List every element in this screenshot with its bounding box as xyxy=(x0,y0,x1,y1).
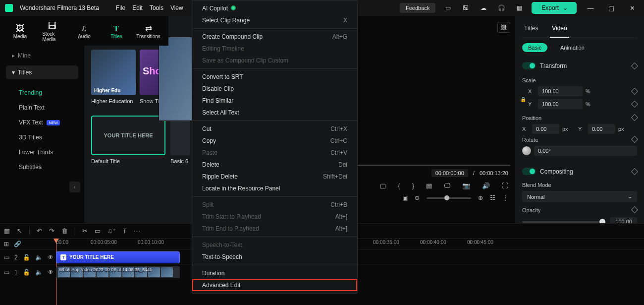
ctx-item-duration[interactable]: Duration xyxy=(192,267,357,279)
ctx-item-advanced-edit[interactable]: Advanced Edit xyxy=(192,279,357,291)
camera-icon[interactable]: 📷 xyxy=(462,182,470,189)
pos-y-input[interactable] xyxy=(588,124,615,134)
thumb-higher-education[interactable]: Higher Edu Higher Education xyxy=(91,50,136,104)
volume-icon[interactable]: 🔊 xyxy=(482,182,490,189)
lock-icon[interactable]: 🔒 xyxy=(520,97,526,102)
brace-left-icon[interactable]: { xyxy=(398,182,400,189)
more-tools-icon[interactable]: ⋯ xyxy=(134,227,140,235)
feedback-button[interactable]: Feedback xyxy=(400,3,435,13)
rotate-dial-icon[interactable] xyxy=(522,146,531,155)
transform-toggle[interactable] xyxy=(522,62,536,69)
apps-icon[interactable]: ▦ xyxy=(514,2,525,13)
sidebar-item-vfx-text[interactable]: VFX TextNEW xyxy=(14,115,78,130)
tab-titles-inspector[interactable]: Titles xyxy=(522,21,540,38)
ctx-item-cut[interactable]: CutCtrl+X xyxy=(192,123,357,135)
ctx-item-locate-in-the-resource-panel[interactable]: Locate in the Resource Panel xyxy=(192,183,357,194)
menu-view[interactable]: View xyxy=(170,4,183,11)
tab-media[interactable]: 🖼Media xyxy=(10,24,30,39)
tab-transitions[interactable]: ⇄Transitions xyxy=(139,24,159,39)
cloud-icon[interactable]: ☁ xyxy=(478,2,489,13)
menu-tools[interactable]: Tools xyxy=(150,4,163,11)
marker-icon[interactable]: ▣ xyxy=(402,194,408,201)
pill-basic[interactable]: Basic xyxy=(522,43,547,52)
sidebar-item-lower-thirds[interactable]: Lower Thirds xyxy=(14,145,78,160)
keyframe-icon[interactable] xyxy=(631,168,638,175)
mute-icon[interactable]: 🔈 xyxy=(35,269,43,276)
music-icon[interactable]: ♫⁺ xyxy=(107,227,116,235)
ctx-item-delete[interactable]: DeleteDel xyxy=(192,159,357,171)
crop-icon[interactable]: ▭ xyxy=(95,227,101,235)
ctx-item-convert-to-srt[interactable]: Convert to SRT xyxy=(192,71,357,83)
scale-y-input[interactable] xyxy=(538,99,583,109)
save-icon[interactable]: 🖫 xyxy=(460,2,471,13)
thumb-default-title[interactable]: YOUR TITLE HERE Default Title xyxy=(91,116,165,164)
window-minimize[interactable]: — xyxy=(584,4,597,12)
collapse-sidebar-button[interactable]: ‹ xyxy=(69,182,80,192)
sidebar-item-subtitles[interactable]: Subtitles xyxy=(14,160,78,175)
blend-mode-dropdown[interactable]: Normal⌄ xyxy=(522,191,637,202)
ctx-item-text-to-speech[interactable]: Text-to-Speech xyxy=(192,251,357,263)
keyframe-icon[interactable] xyxy=(631,114,638,121)
link-icon[interactable]: 🔗 xyxy=(14,241,21,247)
ctx-item-create-compound-clip[interactable]: Create Compound ClipAlt+G xyxy=(192,31,357,43)
keyframe-icon[interactable] xyxy=(631,206,638,213)
video-clip[interactable]: WhatsApp Video 2023-10-06 at 14.08.35_54… xyxy=(56,266,180,278)
brace-right-icon[interactable]: } xyxy=(412,182,414,189)
stop-icon[interactable]: ▢ xyxy=(380,182,386,189)
window-close[interactable]: ✕ xyxy=(625,4,639,12)
rotate-input[interactable] xyxy=(534,146,637,156)
lock-icon[interactable]: 🔓 xyxy=(23,254,30,261)
grid-icon[interactable]: ▦ xyxy=(4,227,10,235)
visibility-icon[interactable]: 👁 xyxy=(48,269,54,276)
cut-icon[interactable]: ✂ xyxy=(82,227,88,235)
pos-x-input[interactable] xyxy=(532,124,559,134)
ctx-item-select-all-text[interactable]: Select All Text xyxy=(192,107,357,119)
sidebar-item-trending[interactable]: Trending xyxy=(14,85,78,100)
fullscreen-icon[interactable]: ⛶ xyxy=(502,182,508,189)
zoom-slider[interactable] xyxy=(427,197,471,199)
pointer-icon[interactable]: ↖ xyxy=(17,227,22,235)
ctx-item-select-clip-range[interactable]: Select Clip RangeX xyxy=(192,14,357,26)
sidebar-group-mine[interactable]: ▸Mine xyxy=(6,49,78,62)
headset-icon[interactable]: 🎧 xyxy=(496,2,507,13)
redo-icon[interactable]: ↷ xyxy=(49,227,54,235)
sidebar-item-plain-text[interactable]: Plain Text xyxy=(14,100,78,115)
export-button[interactable]: Export⌄ xyxy=(532,2,577,14)
mute-icon[interactable]: 🔈 xyxy=(35,254,43,261)
menu-edit[interactable]: Edit xyxy=(132,4,143,11)
undo-icon[interactable]: ↶ xyxy=(37,227,42,235)
thumb-basic-6[interactable]: Basic 6 xyxy=(170,116,190,164)
more-icon[interactable]: ⋮ xyxy=(502,194,508,201)
aspect-icon[interactable]: ▤ xyxy=(426,182,432,189)
ctx-item-copy[interactable]: CopyCtrl+C xyxy=(192,135,357,147)
tab-video-inspector[interactable]: Video xyxy=(550,21,569,38)
tab-stock-media[interactable]: 🎞Stock Media xyxy=(42,21,62,42)
ctx-item-ai-copilot[interactable]: AI Copilot xyxy=(192,2,357,14)
zoom-out-icon[interactable]: ⊖ xyxy=(415,194,420,201)
ctx-item-find-similar[interactable]: Find Similar xyxy=(192,95,357,107)
layout-icon[interactable]: ▭ xyxy=(442,2,453,13)
title-clip[interactable]: T YOUR TITLE HERE xyxy=(56,251,180,263)
keyframe-icon[interactable] xyxy=(631,101,638,108)
menu-file[interactable]: File xyxy=(116,4,125,11)
snapshot-icon[interactable]: 🖼 xyxy=(497,22,510,33)
compositing-toggle[interactable] xyxy=(522,168,536,175)
list-view-icon[interactable]: ☷ xyxy=(490,194,495,201)
add-track-icon[interactable]: ⊞ xyxy=(4,241,9,247)
window-maximize[interactable]: ▢ xyxy=(604,4,618,12)
ctx-item-ripple-delete[interactable]: Ripple DeleteShift+Del xyxy=(192,171,357,183)
display-icon[interactable]: 🖵 xyxy=(444,182,450,189)
zoom-in-icon[interactable]: ⊕ xyxy=(478,194,483,201)
scale-x-input[interactable] xyxy=(538,86,583,96)
keyframe-icon[interactable] xyxy=(631,62,638,69)
tab-audio[interactable]: ♫Audio xyxy=(74,24,94,39)
keyframe-icon[interactable] xyxy=(631,88,638,95)
tab-titles[interactable]: TTitles xyxy=(107,24,126,39)
opacity-slider[interactable] xyxy=(522,221,605,223)
sidebar-item-3d-titles[interactable]: 3D Titles xyxy=(14,130,78,145)
pill-animation[interactable]: Animation xyxy=(554,43,590,52)
sidebar-group-titles[interactable]: ▾Titles xyxy=(6,65,78,79)
visibility-icon[interactable]: 👁 xyxy=(48,254,54,261)
lock-icon[interactable]: 🔓 xyxy=(23,269,30,276)
text-tool-icon[interactable]: T xyxy=(123,227,127,235)
